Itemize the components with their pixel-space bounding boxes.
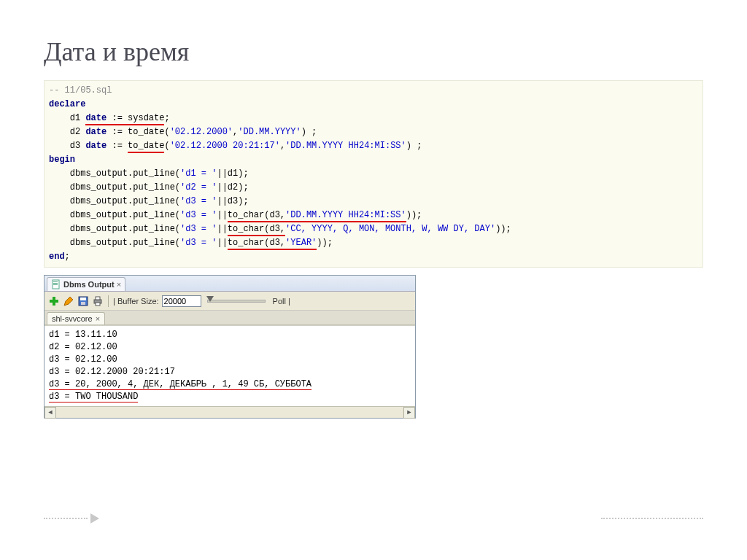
- print-button[interactable]: [92, 295, 104, 307]
- svg-rect-5: [50, 300, 58, 303]
- code-comment: -- 11/05.sql: [49, 85, 112, 96]
- slider-thumb-icon: [206, 296, 214, 302]
- kw-end: end: [49, 252, 65, 262]
- tab-dbms-output[interactable]: Dbms Output ×: [47, 277, 125, 291]
- svg-rect-1: [53, 281, 58, 282]
- footer-dots-right: [601, 518, 703, 519]
- slide-footer: [44, 513, 703, 524]
- dbms-output-panel: Dbms Output × | Buffer Size: Poll | shl-…: [44, 275, 416, 419]
- connection-tab-label: shl-svvcore: [52, 314, 93, 323]
- output-line: d2 = 02.12.00: [49, 342, 117, 352]
- kw-declare: declare: [49, 99, 85, 109]
- footer-dots-left: [44, 518, 88, 519]
- poll-label: Poll |: [273, 297, 290, 306]
- svg-marker-6: [64, 297, 73, 306]
- save-button[interactable]: [77, 295, 89, 307]
- panel-tabbar: Dbms Output ×: [44, 276, 415, 292]
- output-line: d3 = TWO THOUSAND: [49, 392, 138, 402]
- output-text-area[interactable]: d1 = 13.11.10 d2 = 02.12.00 d3 = 02.12.0…: [44, 325, 415, 406]
- edit-button[interactable]: [63, 295, 74, 307]
- svg-rect-2: [53, 283, 58, 284]
- output-line: d3 = 02.12.00: [49, 354, 117, 365]
- svg-rect-9: [81, 302, 85, 305]
- slide-marker-icon: [90, 513, 99, 524]
- poll-slider[interactable]: [207, 300, 266, 303]
- svg-rect-3: [53, 284, 58, 285]
- tab-connection[interactable]: shl-svvcore ×: [47, 312, 105, 324]
- svg-rect-11: [96, 297, 100, 300]
- slide-title: Дата и время: [44, 36, 703, 67]
- document-icon: [51, 279, 61, 289]
- sql-code-block: -- 11/05.sql declare d1 date := sysdate;…: [44, 80, 703, 268]
- close-icon[interactable]: ×: [96, 314, 100, 323]
- output-line: d1 = 13.11.10: [49, 330, 117, 340]
- output-line: d3 = 20, 2000, 4, ДЕК, ДЕКАБРЬ , 1, 49 С…: [49, 379, 311, 390]
- kw-begin: begin: [49, 155, 75, 165]
- buffer-size-label: | Buffer Size:: [113, 297, 159, 306]
- svg-rect-12: [96, 303, 100, 306]
- scroll-left-icon[interactable]: ◄: [44, 407, 56, 419]
- svg-rect-8: [80, 298, 86, 300]
- buffer-size-input[interactable]: [162, 295, 201, 307]
- output-line: d3 = 02.12.2000 20:21:17: [49, 367, 175, 377]
- toolbar-divider: [108, 295, 109, 307]
- horizontal-scrollbar[interactable]: ◄ ►: [44, 406, 415, 418]
- close-icon[interactable]: ×: [117, 280, 121, 289]
- scroll-right-icon[interactable]: ►: [403, 407, 415, 419]
- tab-label: Dbms Output: [63, 280, 115, 289]
- add-button[interactable]: [48, 295, 60, 307]
- output-toolbar: | Buffer Size: Poll |: [44, 292, 415, 311]
- connection-tabbar: shl-svvcore ×: [44, 311, 415, 325]
